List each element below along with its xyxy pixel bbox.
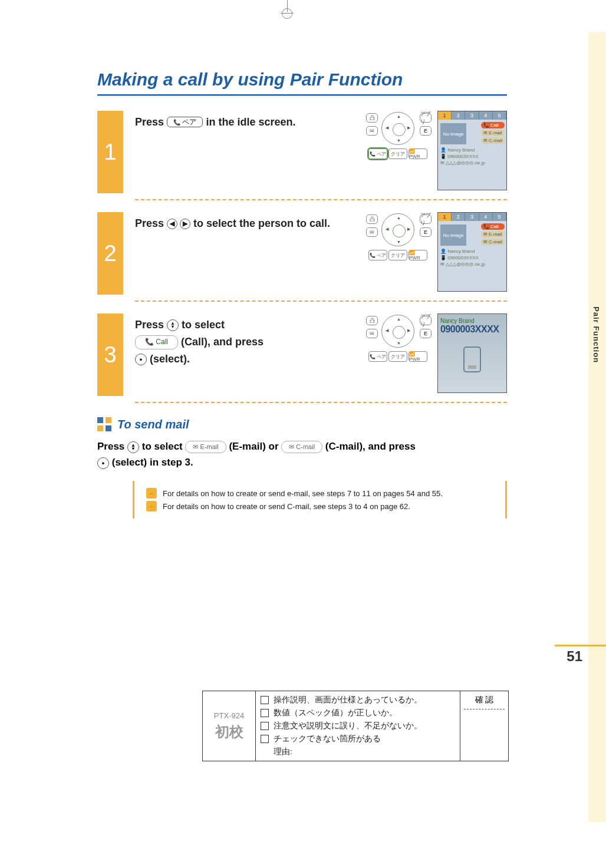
tab: 2 (452, 213, 465, 221)
proof-stage: 初校 (215, 722, 243, 741)
soft-key: ✉ (366, 126, 378, 136)
page-number: 51 (567, 648, 582, 665)
contact-email: ✉ △△△@◎◎◎.ne.jp (440, 261, 504, 268)
note-1: ☝ For details on how to create or send e… (146, 488, 493, 499)
text: (select) in step 3. (112, 457, 193, 468)
text: to select (142, 441, 186, 452)
step-2: 2 Press ◀▶ to select the person to call.… (97, 212, 507, 295)
soft-key: 凸 (366, 113, 378, 123)
soft-key: ✉ (366, 227, 378, 237)
up-down-key-icon: ▲▼ (167, 319, 179, 331)
text: to select the person to call. (193, 217, 330, 229)
call-key: 📞 ペア (368, 148, 387, 159)
checkbox[interactable] (261, 696, 269, 704)
tab: 5 (493, 213, 506, 221)
soft-key: ✉ (366, 329, 378, 338)
dpad-icon: ▲ ▼ ◀ ▶ (381, 315, 414, 348)
confirm-label: 確 認 (460, 695, 508, 705)
phone-icon (463, 346, 481, 372)
step-3-text: Press ▲▼ to select 📞 Call (Call), and pr… (135, 313, 365, 396)
phone-screen-1: 1 2 3 4 5 No Image 📞 Call ✉ E-mail ✉ C-m… (437, 111, 507, 190)
power-key: 📶 PWR (409, 250, 427, 260)
call-key: 📞 ペア (368, 351, 387, 362)
up-down-key-icon: ▲▼ (127, 441, 139, 453)
check-item: 数値（スペック値）が正しいか。 (274, 708, 397, 718)
clear-key: クリア (388, 351, 407, 362)
note-text: For details on how to create or send C-m… (163, 502, 410, 511)
tab: 5 (493, 111, 506, 120)
left-right-key-icon: ◀▶ (167, 219, 190, 229)
soft-key: E (420, 227, 432, 237)
text: to select (182, 319, 225, 331)
no-image-thumb: No Image (440, 225, 466, 246)
step-1-text: Press 📞 ペア in the idle screen. (135, 111, 365, 193)
center-key-icon (97, 457, 109, 469)
soft-key: E (420, 126, 432, 136)
step-3: 3 Press ▲▼ to select 📞 Call (Call), and … (97, 313, 507, 396)
text: Press (135, 217, 167, 229)
text: (select). (150, 353, 190, 365)
menu-call: 📞 Call (481, 122, 505, 128)
email-option-chip: ✉ E-mail (185, 441, 226, 454)
contact-name: 👤 Nancy Brand (440, 248, 504, 255)
tab: 4 (479, 111, 493, 120)
tab: 3 (465, 111, 479, 120)
pair-key-icon: 📞 ペア (167, 117, 203, 127)
menu-call: 📞 Call (481, 223, 505, 230)
text: Press (97, 441, 127, 452)
page-content: Making a call by using Pair Function 1 P… (97, 70, 507, 519)
checkbox[interactable] (261, 722, 269, 730)
tab: 3 (465, 213, 479, 221)
soft-key: アプリ (420, 113, 432, 123)
separator (135, 301, 507, 302)
keypad-illustration: 凸 アプリ ✉ E ▲ ▼ ◀ ▶ 📞 ペア クリア 📶 PWR (365, 313, 433, 367)
text: (Call), and press (181, 336, 264, 348)
check-item: チェックできない箇所がある (274, 734, 381, 744)
soft-key: アプリ (420, 316, 432, 325)
page-title: Making a call by using Pair Function (97, 70, 507, 90)
checkbox[interactable] (261, 735, 269, 743)
step-number-1: 1 (97, 111, 123, 193)
keypad-illustration: 凸 アプリ ✉ E ▲ ▼ ◀ ▶ 📞 ペア クリア 📶 PWR (365, 111, 433, 164)
step-number-2: 2 (97, 212, 123, 295)
model-number: PTX-924 (214, 711, 244, 720)
note-text: For details on how to create or send e-m… (163, 489, 443, 498)
tab: 4 (479, 213, 493, 221)
note-icon: ☝ (146, 501, 157, 511)
contact-phone: 📱 0900003XXXX (440, 255, 504, 261)
title-underline (97, 94, 507, 96)
step-number-3: 3 (97, 313, 123, 396)
tab: 2 (452, 111, 465, 120)
separator (135, 199, 507, 200)
phone-screen-2: 1 2 3 4 5 No Image 📞 Call ✉ E-mail ✉ C-m… (437, 212, 507, 292)
dpad-icon: ▲ ▼ ◀ ▶ (381, 213, 414, 246)
menu-email: ✉ E-mail (481, 231, 505, 237)
subheading-icon (97, 417, 111, 431)
step-1: 1 Press 📞 ペア in the idle screen. 凸 アプリ ✉… (97, 111, 507, 193)
subheading-text: To send mail (117, 418, 189, 431)
contact-phone: 📱 0900003XXXX (440, 153, 504, 160)
menu-cmail: ✉ C-mail (481, 239, 505, 245)
text: (C-mail), and press (325, 441, 416, 452)
side-tab-label: Pair Function (592, 306, 601, 363)
subheading: To send mail (97, 417, 507, 431)
text: (E-mail) or (229, 441, 281, 452)
contact-email: ✉ △△△@◎◎◎.ne.jp (440, 160, 504, 166)
text: in the idle screen. (206, 116, 295, 128)
note-2: ☝ For details on how to create or send C… (146, 501, 493, 511)
soft-key: 凸 (366, 316, 378, 325)
separator (135, 402, 507, 403)
text: Press (135, 319, 167, 331)
checkbox[interactable] (261, 709, 269, 717)
reason-label: 理由: (274, 747, 292, 757)
check-item: 操作説明、画面が仕様とあっているか。 (274, 695, 422, 705)
call-option-chip: 📞 Call (135, 335, 178, 349)
cmail-option-chip: ✉ C-mail (281, 441, 322, 454)
check-item: 注意文や説明文に誤り、不足がないか。 (274, 721, 422, 731)
tab: 1 (438, 111, 452, 120)
soft-key: アプリ (420, 214, 432, 224)
soft-key: E (420, 329, 432, 338)
menu-cmail: ✉ C-mail (481, 137, 505, 144)
mail-instructions: Press ▲▼ to select ✉ E-mail (E-mail) or … (97, 438, 507, 470)
step-2-text: Press ◀▶ to select the person to call. (135, 212, 365, 295)
